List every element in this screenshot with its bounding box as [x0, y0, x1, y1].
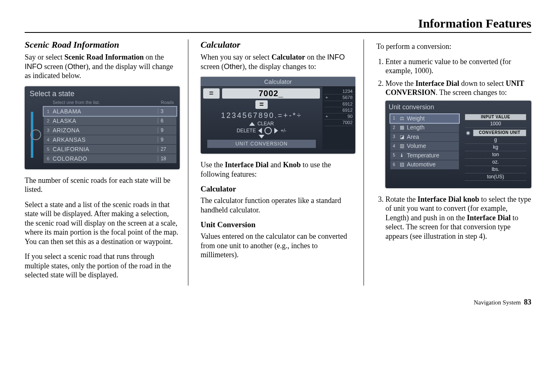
uc-category[interactable]: 1⚖Weight [390, 114, 459, 123]
state-row[interactable]: 1ALABAMA3 [44, 107, 176, 116]
input-value-label: INPUT VALUE [465, 114, 526, 121]
uc-category[interactable]: 4▥Volume [390, 142, 459, 151]
scenic-p1: The number of scenic roads for each stat… [25, 176, 180, 194]
calc-display-value: 7002_ [222, 88, 320, 99]
calc-sub1: Calculator [201, 184, 356, 194]
unit-conversion-button[interactable]: UNIT CONVERSION [207, 140, 316, 148]
conversion-icon: ◉ [465, 130, 471, 136]
column-1: Scenic Road Information Say or select Sc… [25, 39, 188, 286]
conversion-unit-label: CONVERSION UNIT [473, 129, 526, 136]
dial-icon [28, 106, 44, 164]
state-row[interactable]: 4ARKANSAS9 [44, 135, 176, 144]
page-header: Information Features [25, 16, 531, 33]
calculator-heading: Calculator [201, 39, 356, 50]
uc-unit[interactable]: ton(US) [465, 173, 526, 181]
up-arrow-icon[interactable] [249, 122, 255, 126]
uc-unit[interactable]: lbs. [465, 166, 526, 173]
calc-sub2-p: Values entered on the calculator can be … [201, 232, 356, 260]
unit-conversion-screenshot: Unit conversion 1⚖Weight2▦Length3◪Area4▥… [385, 101, 531, 188]
scenic-road-heading: Scenic Road Information [25, 39, 180, 50]
uc-category[interactable]: 2▦Length [390, 123, 459, 132]
state-list-col1: Select one from the list. [53, 100, 161, 105]
state-list-screenshot: Select a state Select one from the list.… [25, 86, 180, 169]
uc-category[interactable]: 3◪Area [390, 133, 459, 142]
calc-intro: When you say or select Calculator on the… [201, 53, 356, 71]
column-2: Calculator When you say or select Calcul… [201, 39, 364, 286]
scenic-intro: Say or select Scenic Road Information on… [25, 53, 180, 81]
calc-equals-button[interactable]: = [255, 100, 268, 109]
uc-category[interactable]: 5🌡Temperature [390, 151, 459, 160]
calc-sub2: Unit Conversion [201, 220, 356, 229]
state-row[interactable]: 6COLORADO18 [44, 154, 176, 163]
conv-lead: To perform a conversion: [376, 42, 531, 51]
calc-keypad[interactable]: 1234567890.=+-*÷ [203, 111, 320, 120]
uc-unit[interactable]: kg [465, 144, 526, 151]
input-value: 1000 [465, 120, 526, 128]
uc-unit[interactable]: oz. [465, 159, 526, 166]
state-list-title: Select a state [30, 90, 175, 98]
clear-button[interactable]: CLEAR [257, 121, 274, 127]
uc-title: Unit conversion [389, 103, 528, 111]
state-list-col2: Roads [161, 100, 174, 105]
uc-category[interactable]: 6▤Automotive [390, 160, 459, 169]
calc-sub1-p: The calculator function operates like a … [201, 196, 356, 214]
calc-equals-indicator: = [203, 88, 220, 99]
conv-step-3: Rotate the Interface Dial knob to select… [385, 195, 531, 241]
scenic-p2: Select a state and a list of the scenic … [25, 200, 180, 247]
conv-step-2: Move the Interface Dial down to select U… [385, 79, 531, 188]
uc-unit[interactable]: g [465, 136, 526, 144]
scenic-p3: If you select a scenic road that runs th… [25, 252, 180, 280]
conv-step-1: Enter a numeric value to be converted (f… [385, 57, 531, 76]
calc-tape: 1234+567869126912+907002 [322, 87, 355, 150]
right-arrow-icon[interactable] [274, 128, 278, 134]
state-row[interactable]: 2ALASKA6 [44, 116, 176, 125]
state-row[interactable]: 3ARIZONA9 [44, 126, 176, 135]
calc-dial-p: Use the Interface Dial and Knob to use t… [201, 160, 356, 179]
page-footer: Navigation System 83 [25, 298, 531, 307]
enter-icon[interactable] [264, 127, 272, 134]
delete-button[interactable]: DELETE [236, 128, 256, 134]
column-3: To perform a conversion: Enter a numeric… [376, 39, 531, 286]
uc-unit[interactable]: ton [465, 151, 526, 159]
plusminus-button[interactable]: +/- [280, 128, 286, 134]
calculator-screenshot: Calculator = 7002_ = 1234567890.=+-*÷ CL… [201, 77, 356, 154]
left-arrow-icon[interactable] [258, 128, 262, 134]
down-arrow-icon[interactable] [259, 135, 264, 138]
calc-title: Calculator [201, 77, 356, 87]
state-row[interactable]: 5CALIFORNIA27 [44, 145, 176, 154]
